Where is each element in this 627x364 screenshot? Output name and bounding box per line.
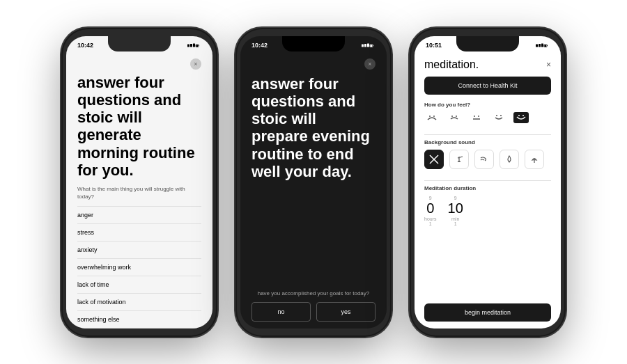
svg-rect-17: [547, 45, 548, 46]
svg-rect-2: [193, 43, 195, 47]
meditation-app-title: meditation.: [424, 58, 479, 71]
sound-music[interactable]: [449, 150, 469, 169]
svg-rect-5: [199, 45, 199, 46]
mood-very-happy[interactable]: [513, 112, 529, 123]
mins-bottom: 1: [454, 221, 457, 226]
svg-point-21: [456, 116, 457, 117]
phone3-close-button[interactable]: ×: [546, 60, 551, 70]
divider-2: [424, 180, 551, 181]
phones-container: 10:42 × answer four questions and stoic …: [0, 0, 627, 364]
svg-rect-1: [190, 44, 192, 47]
phone2-footer: have you accomplished your goals for tod…: [251, 290, 376, 322]
notch-3: [456, 36, 519, 52]
health-kit-button[interactable]: Connect to Health Kit: [424, 77, 551, 95]
notch-2: [282, 36, 345, 52]
hours-top: 9: [429, 196, 432, 200]
hours-bottom: 1: [429, 221, 432, 226]
svg-rect-14: [541, 43, 543, 47]
svg-rect-8: [367, 43, 369, 47]
phone3-screen: 10:51 meditation. × Connect to Health Ki…: [415, 36, 561, 329]
mins-unit: min: [451, 216, 459, 221]
sound-none[interactable]: [424, 150, 444, 169]
svg-rect-0: [187, 44, 189, 47]
phone2-content: × answer four questions and stoic will p…: [240, 52, 387, 329]
mood-happy[interactable]: [491, 112, 506, 123]
phone1-title: answer four questions and stoic will gen…: [77, 74, 201, 180]
svg-rect-6: [362, 44, 364, 47]
phone-morning: 10:42 × answer four questions and stoic …: [63, 29, 216, 335]
phone2-header: ×: [251, 58, 376, 70]
svg-point-24: [478, 116, 479, 117]
duration-label: Meditation duration: [424, 185, 551, 191]
mood-icons-row: [424, 112, 551, 123]
notch-1: [108, 36, 171, 52]
phone2-status-icons: [362, 42, 376, 48]
svg-rect-13: [539, 44, 541, 47]
duration-controls: 9 0 hours 1 9 10 min 1: [424, 196, 551, 226]
svg-rect-4: [196, 45, 199, 47]
svg-point-28: [522, 115, 524, 116]
svg-point-25: [496, 115, 497, 116]
sound-wind[interactable]: [474, 150, 494, 169]
svg-point-20: [451, 116, 453, 117]
answer-item[interactable]: lack of motivation: [77, 294, 201, 311]
svg-rect-11: [373, 45, 373, 46]
duration-section: Meditation duration 9 0 hours 1 9 10 min: [424, 185, 551, 226]
answer-item[interactable]: stress: [77, 224, 201, 242]
hours-unit: hours: [424, 216, 437, 221]
phone1-status-icons: [187, 42, 201, 48]
mins-col: 9 10 min 1: [448, 196, 463, 226]
svg-rect-7: [364, 44, 366, 47]
mood-very-sad[interactable]: [424, 112, 440, 123]
phone3-status-icons: [536, 42, 550, 48]
svg-point-19: [433, 116, 435, 117]
svg-rect-16: [545, 45, 547, 47]
svg-point-18: [429, 116, 431, 117]
divider-1: [424, 134, 551, 135]
phone2-question: have you accomplished your goals for tod…: [251, 290, 376, 296]
sound-icons-row: [424, 150, 551, 169]
phone3-time: 10:51: [426, 42, 442, 49]
phone1-time: 10:42: [77, 42, 93, 49]
phone2-title: answer four questions and stoic will pre…: [251, 75, 376, 290]
phone3-header: meditation. ×: [424, 58, 551, 71]
phone2-buttons: no yes: [251, 302, 376, 322]
sound-label: Background sound: [424, 139, 551, 145]
phone2-time: 10:42: [251, 42, 268, 49]
answer-item[interactable]: anger: [77, 206, 201, 224]
svg-rect-12: [536, 44, 538, 47]
mins-value[interactable]: 10: [448, 200, 463, 216]
phone1-screen: 10:42 × answer four questions and stoic …: [66, 36, 212, 329]
answer-item[interactable]: anxiety: [77, 242, 201, 259]
svg-point-23: [474, 116, 475, 117]
no-button[interactable]: no: [251, 302, 311, 322]
yes-button[interactable]: yes: [316, 302, 376, 322]
sound-water[interactable]: [500, 150, 519, 169]
mood-neutral[interactable]: [469, 112, 484, 123]
answer-item[interactable]: lack of time: [77, 276, 201, 294]
answer-list: angerstressanxietyoverwhelming worklack …: [77, 206, 201, 328]
hours-value[interactable]: 0: [426, 200, 434, 216]
phone1-close-button[interactable]: ×: [190, 58, 201, 70]
hours-col: 9 0 hours 1: [424, 196, 437, 226]
phone1-question: What is the main thing you will struggle…: [77, 186, 201, 200]
phone-evening: 10:42 × answer four questions and stoic …: [237, 29, 390, 335]
phone1-header: ×: [77, 58, 201, 70]
svg-rect-10: [371, 45, 373, 47]
feel-label: How do you feel?: [424, 102, 551, 108]
phone3-content: meditation. × Connect to Health Kit How …: [415, 52, 561, 329]
phone-meditation: 10:51 meditation. × Connect to Health Ki…: [411, 29, 564, 335]
mood-sad[interactable]: [447, 112, 462, 123]
mins-top: 9: [454, 196, 457, 200]
phone1-content: × answer four questions and stoic will g…: [66, 52, 212, 329]
begin-meditation-button[interactable]: begin meditation: [424, 303, 551, 322]
sound-nature[interactable]: [525, 150, 544, 169]
answer-item[interactable]: overwhelming work: [77, 259, 201, 276]
phone2-screen: 10:42 × answer four questions and stoic …: [240, 36, 387, 329]
phone2-close-button[interactable]: ×: [364, 58, 376, 70]
svg-point-27: [518, 115, 520, 116]
svg-point-26: [500, 115, 502, 116]
answer-item[interactable]: something else: [77, 311, 201, 328]
